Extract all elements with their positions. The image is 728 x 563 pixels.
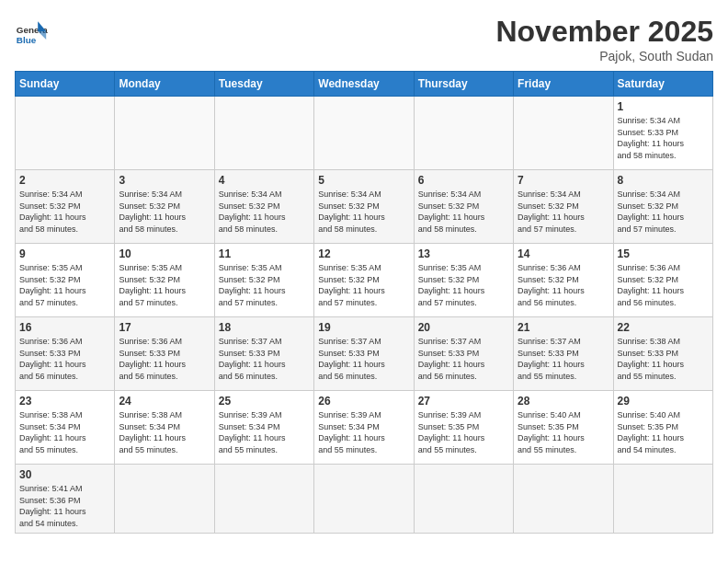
day-number: 4 (219, 174, 310, 187)
calendar-cell: 14Sunrise: 5:36 AM Sunset: 5:32 PM Dayli… (514, 244, 613, 317)
cell-info: Sunrise: 5:35 AM Sunset: 5:32 PM Dayligh… (318, 262, 409, 308)
cell-info: Sunrise: 5:34 AM Sunset: 5:32 PM Dayligh… (19, 189, 110, 235)
logo-icon: General Blue (15, 15, 48, 48)
calendar-cell: 5Sunrise: 5:34 AM Sunset: 5:32 PM Daylig… (314, 170, 414, 244)
cell-info: Sunrise: 5:36 AM Sunset: 5:32 PM Dayligh… (618, 262, 709, 308)
title-block: November 2025 Pajok, South Sudan (495, 15, 713, 63)
cell-info: Sunrise: 5:37 AM Sunset: 5:33 PM Dayligh… (518, 336, 609, 382)
calendar-cell (514, 97, 613, 170)
header-friday: Friday (514, 72, 613, 97)
cell-info: Sunrise: 5:36 AM Sunset: 5:33 PM Dayligh… (19, 336, 110, 382)
day-number: 18 (219, 321, 310, 334)
header-wednesday: Wednesday (314, 72, 414, 97)
page-header: General Blue November 2025 Pajok, South … (15, 15, 713, 63)
calendar-cell: 30Sunrise: 5:41 AM Sunset: 5:36 PM Dayli… (16, 465, 115, 534)
day-number: 24 (119, 395, 210, 408)
cell-info: Sunrise: 5:40 AM Sunset: 5:35 PM Dayligh… (518, 409, 609, 455)
cell-info: Sunrise: 5:36 AM Sunset: 5:33 PM Dayligh… (119, 336, 210, 382)
calendar-table: SundayMondayTuesdayWednesdayThursdayFrid… (15, 71, 713, 534)
svg-marker-3 (38, 31, 46, 40)
calendar-cell: 25Sunrise: 5:39 AM Sunset: 5:34 PM Dayli… (214, 391, 313, 465)
cell-info: Sunrise: 5:35 AM Sunset: 5:32 PM Dayligh… (418, 262, 509, 308)
cell-info: Sunrise: 5:36 AM Sunset: 5:32 PM Dayligh… (518, 262, 609, 308)
cell-info: Sunrise: 5:38 AM Sunset: 5:33 PM Dayligh… (618, 336, 709, 382)
calendar-cell: 15Sunrise: 5:36 AM Sunset: 5:32 PM Dayli… (613, 244, 712, 317)
day-number: 16 (19, 321, 110, 334)
svg-text:Blue: Blue (17, 35, 37, 45)
day-number: 17 (119, 321, 210, 334)
calendar-cell (16, 97, 115, 170)
cell-info: Sunrise: 5:34 AM Sunset: 5:32 PM Dayligh… (219, 189, 310, 235)
calendar-cell: 1Sunrise: 5:34 AM Sunset: 5:33 PM Daylig… (613, 97, 712, 170)
calendar-cell (613, 465, 712, 534)
calendar-cell (214, 465, 313, 534)
day-number: 13 (418, 247, 509, 260)
day-number: 12 (318, 247, 409, 260)
day-number: 23 (19, 395, 110, 408)
cell-info: Sunrise: 5:34 AM Sunset: 5:32 PM Dayligh… (518, 189, 609, 235)
calendar-cell: 16Sunrise: 5:36 AM Sunset: 5:33 PM Dayli… (16, 317, 115, 391)
calendar-cell: 9Sunrise: 5:35 AM Sunset: 5:32 PM Daylig… (16, 244, 115, 317)
calendar-cell: 8Sunrise: 5:34 AM Sunset: 5:32 PM Daylig… (613, 170, 712, 244)
calendar-cell (115, 97, 214, 170)
header-sunday: Sunday (16, 72, 115, 97)
calendar-cell (514, 465, 613, 534)
day-number: 19 (318, 321, 409, 334)
day-number: 25 (219, 395, 310, 408)
day-number: 8 (618, 174, 709, 187)
day-number: 11 (219, 247, 310, 260)
calendar-cell: 20Sunrise: 5:37 AM Sunset: 5:33 PM Dayli… (414, 317, 513, 391)
cell-info: Sunrise: 5:34 AM Sunset: 5:32 PM Dayligh… (318, 189, 409, 235)
week-row-3: 9Sunrise: 5:35 AM Sunset: 5:32 PM Daylig… (16, 244, 713, 317)
day-number: 1 (618, 100, 709, 113)
cell-info: Sunrise: 5:34 AM Sunset: 5:32 PM Dayligh… (119, 189, 210, 235)
day-number: 27 (418, 395, 509, 408)
calendar-cell: 6Sunrise: 5:34 AM Sunset: 5:32 PM Daylig… (414, 170, 513, 244)
calendar-cell: 11Sunrise: 5:35 AM Sunset: 5:32 PM Dayli… (214, 244, 313, 317)
day-number: 3 (119, 174, 210, 187)
cell-info: Sunrise: 5:39 AM Sunset: 5:34 PM Dayligh… (318, 409, 409, 455)
calendar-header-row: SundayMondayTuesdayWednesdayThursdayFrid… (16, 72, 713, 97)
cell-info: Sunrise: 5:34 AM Sunset: 5:32 PM Dayligh… (618, 189, 709, 235)
calendar-cell: 2Sunrise: 5:34 AM Sunset: 5:32 PM Daylig… (16, 170, 115, 244)
day-number: 9 (19, 247, 110, 260)
calendar-cell (115, 465, 214, 534)
cell-info: Sunrise: 5:34 AM Sunset: 5:32 PM Dayligh… (418, 189, 509, 235)
day-number: 22 (618, 321, 709, 334)
cell-info: Sunrise: 5:37 AM Sunset: 5:33 PM Dayligh… (418, 336, 509, 382)
calendar-cell: 10Sunrise: 5:35 AM Sunset: 5:32 PM Dayli… (115, 244, 214, 317)
calendar-cell: 3Sunrise: 5:34 AM Sunset: 5:32 PM Daylig… (115, 170, 214, 244)
week-row-4: 16Sunrise: 5:36 AM Sunset: 5:33 PM Dayli… (16, 317, 713, 391)
calendar-cell (414, 465, 513, 534)
calendar-cell: 17Sunrise: 5:36 AM Sunset: 5:33 PM Dayli… (115, 317, 214, 391)
week-row-2: 2Sunrise: 5:34 AM Sunset: 5:32 PM Daylig… (16, 170, 713, 244)
calendar-cell (314, 465, 414, 534)
calendar-cell: 27Sunrise: 5:39 AM Sunset: 5:35 PM Dayli… (414, 391, 513, 465)
day-number: 28 (518, 395, 609, 408)
day-number: 26 (318, 395, 409, 408)
location-subtitle: Pajok, South Sudan (495, 49, 713, 63)
calendar-cell: 28Sunrise: 5:40 AM Sunset: 5:35 PM Dayli… (514, 391, 613, 465)
cell-info: Sunrise: 5:37 AM Sunset: 5:33 PM Dayligh… (318, 336, 409, 382)
cell-info: Sunrise: 5:38 AM Sunset: 5:34 PM Dayligh… (19, 409, 110, 455)
day-number: 14 (518, 247, 609, 260)
cell-info: Sunrise: 5:34 AM Sunset: 5:33 PM Dayligh… (618, 115, 709, 161)
day-number: 30 (19, 468, 110, 481)
day-number: 29 (618, 395, 709, 408)
cell-info: Sunrise: 5:39 AM Sunset: 5:35 PM Dayligh… (418, 409, 509, 455)
week-row-5: 23Sunrise: 5:38 AM Sunset: 5:34 PM Dayli… (16, 391, 713, 465)
cell-info: Sunrise: 5:37 AM Sunset: 5:33 PM Dayligh… (219, 336, 310, 382)
day-number: 21 (518, 321, 609, 334)
calendar-cell (314, 97, 414, 170)
day-number: 10 (119, 247, 210, 260)
day-number: 5 (318, 174, 409, 187)
header-saturday: Saturday (613, 72, 712, 97)
calendar-cell: 26Sunrise: 5:39 AM Sunset: 5:34 PM Dayli… (314, 391, 414, 465)
week-row-1: 1Sunrise: 5:34 AM Sunset: 5:33 PM Daylig… (16, 97, 713, 170)
cell-info: Sunrise: 5:38 AM Sunset: 5:34 PM Dayligh… (119, 409, 210, 455)
calendar-cell: 18Sunrise: 5:37 AM Sunset: 5:33 PM Dayli… (214, 317, 313, 391)
day-number: 6 (418, 174, 509, 187)
day-number: 7 (518, 174, 609, 187)
calendar-cell: 22Sunrise: 5:38 AM Sunset: 5:33 PM Dayli… (613, 317, 712, 391)
calendar-cell: 29Sunrise: 5:40 AM Sunset: 5:35 PM Dayli… (613, 391, 712, 465)
